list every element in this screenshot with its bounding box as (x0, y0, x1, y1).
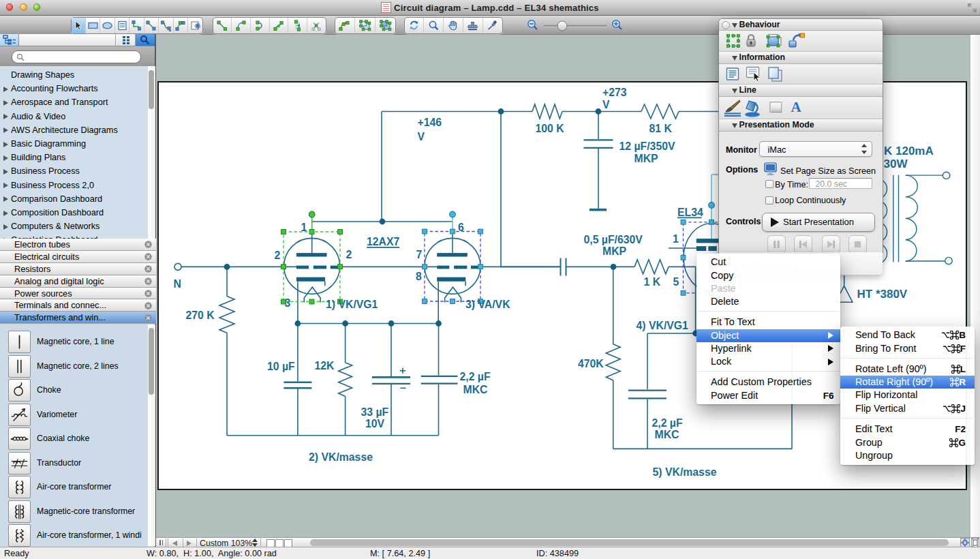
svg-text:270 K: 270 K (186, 309, 215, 321)
svg-text:12 µF/350V: 12 µF/350V (619, 140, 675, 152)
svg-text:0,5 µF/630V: 0,5 µF/630V (584, 234, 643, 245)
svg-text:+146: +146 (418, 117, 442, 128)
svg-text:8: 8 (416, 271, 422, 282)
svg-text:2: 2 (346, 249, 352, 260)
svg-text:HT *380V: HT *380V (857, 288, 908, 301)
svg-text:470K: 470K (578, 358, 604, 369)
svg-text:5) VK/masse: 5) VK/masse (653, 466, 717, 478)
svg-text:N: N (174, 278, 181, 290)
svg-text:MKP: MKP (602, 245, 626, 257)
svg-text:3: 3 (285, 297, 291, 309)
svg-text:7: 7 (416, 249, 423, 260)
svg-text:2,2 µF: 2,2 µF (652, 417, 683, 429)
svg-text:2,2 µF: 2,2 µF (460, 371, 491, 382)
svg-text:EL34: EL34 (677, 207, 703, 218)
svg-text:10 µF: 10 µF (267, 361, 295, 372)
svg-text:12AX7: 12AX7 (367, 236, 400, 247)
svg-text:V: V (602, 99, 610, 110)
svg-text:V: V (418, 131, 425, 142)
svg-text:10V: 10V (365, 418, 385, 429)
svg-text:1: 1 (301, 222, 307, 233)
svg-text:+273: +273 (602, 87, 627, 98)
svg-text:1) VK/VG1: 1) VK/VG1 (326, 299, 378, 310)
svg-text:MKP: MKP (634, 153, 658, 164)
svg-text:1 K: 1 K (644, 276, 661, 288)
svg-text:6: 6 (458, 222, 464, 233)
svg-text:MKC: MKC (463, 384, 488, 395)
svg-text:100 K: 100 K (536, 123, 565, 134)
svg-text:33 µF: 33 µF (361, 406, 389, 418)
svg-text:3) VA/VK: 3) VA/VK (465, 299, 510, 310)
svg-text:12K: 12K (315, 360, 335, 372)
svg-text:MKC: MKC (655, 429, 679, 440)
svg-text:K 120mA: K 120mA (884, 145, 934, 157)
svg-text:81 K: 81 K (649, 123, 673, 134)
svg-text:1: 1 (673, 233, 679, 245)
svg-text:5: 5 (673, 276, 679, 288)
svg-text:30W: 30W (884, 157, 908, 170)
svg-text:4) VK/VG1: 4) VK/VG1 (637, 320, 689, 331)
svg-text:2: 2 (275, 250, 281, 261)
svg-text:2) VK/masse: 2) VK/masse (309, 451, 373, 463)
